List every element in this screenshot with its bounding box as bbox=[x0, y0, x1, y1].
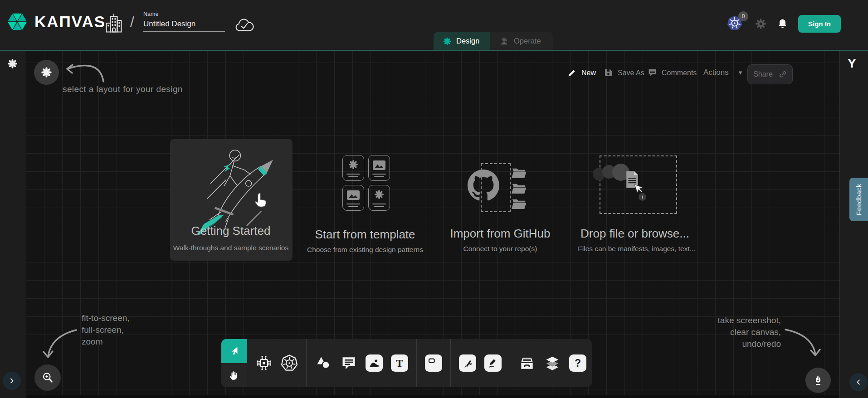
cursor-arrow-icon bbox=[229, 345, 240, 357]
pen-tool-button[interactable] bbox=[459, 354, 476, 372]
note-icon bbox=[425, 354, 442, 372]
card-title: Getting Started bbox=[191, 224, 271, 238]
design-canvas[interactable]: Y select a layout for your design New bbox=[0, 50, 868, 398]
toolbar-divider bbox=[306, 339, 307, 387]
template-tile bbox=[368, 155, 390, 181]
layout-selector-button[interactable] bbox=[34, 60, 59, 85]
pan-tool-button[interactable] bbox=[221, 363, 247, 387]
expand-left-panel-button[interactable] bbox=[3, 372, 21, 390]
magnifier-plus-icon bbox=[41, 371, 54, 384]
kubernetes-context-icon[interactable]: 0 bbox=[727, 15, 745, 33]
drawer-tool-button[interactable] bbox=[518, 354, 536, 372]
spiral-icon bbox=[374, 189, 385, 200]
comments-label: Comments bbox=[662, 69, 697, 77]
comment-bubble-icon bbox=[648, 68, 657, 78]
expand-right-panel-button[interactable] bbox=[849, 373, 868, 391]
drawer-icon bbox=[518, 354, 536, 372]
card-subtitle: Walk-throughs and sample scenarios bbox=[173, 244, 288, 252]
card-title: Import from GitHub bbox=[450, 227, 550, 241]
actions-dropdown[interactable]: Actions ▾ bbox=[703, 68, 742, 77]
feedback-tab[interactable]: Feedback bbox=[849, 178, 868, 221]
layers-icon bbox=[544, 354, 561, 372]
operate-person-icon bbox=[499, 36, 509, 46]
template-thumbnails bbox=[342, 155, 390, 211]
notifications-bell-icon[interactable] bbox=[777, 18, 788, 30]
comments-button[interactable]: Comments bbox=[648, 68, 697, 78]
design-name-input[interactable] bbox=[143, 19, 225, 32]
spiral-icon bbox=[348, 159, 359, 170]
comment-tool-button[interactable] bbox=[340, 354, 357, 372]
organization-icon[interactable] bbox=[104, 13, 123, 34]
pencil-draw-tool-button[interactable] bbox=[484, 354, 502, 372]
design-name-field: Name bbox=[143, 11, 225, 32]
toolbar-divider bbox=[450, 339, 451, 387]
toolbar-divider bbox=[416, 339, 417, 387]
pointer-tools bbox=[221, 339, 247, 387]
pen-tool-icon bbox=[459, 354, 476, 372]
template-tile bbox=[342, 185, 364, 211]
text-tool-icon: T bbox=[391, 354, 408, 372]
arrow-cursor-icon bbox=[634, 184, 643, 193]
help-icon: ? bbox=[569, 354, 586, 372]
new-label: New bbox=[581, 69, 596, 77]
shapes-tool-button[interactable] bbox=[315, 354, 332, 372]
circuit-chip-icon bbox=[255, 354, 273, 372]
pencil-draw-icon bbox=[484, 354, 502, 372]
note-tool-button[interactable] bbox=[425, 354, 442, 372]
brand-name: KAΠVAS bbox=[34, 13, 106, 31]
components-tool-button[interactable] bbox=[255, 354, 273, 372]
help-tool-button[interactable]: ? bbox=[569, 354, 586, 372]
pencil-icon bbox=[567, 68, 577, 78]
actions-label: Actions bbox=[703, 68, 729, 77]
layers-tool-button[interactable] bbox=[544, 354, 561, 372]
new-design-button[interactable]: New bbox=[567, 68, 596, 78]
right-rail: Y bbox=[839, 51, 868, 398]
tab-design-label: Design bbox=[456, 37, 479, 45]
toolbar-divider bbox=[510, 339, 510, 387]
breadcrumb-separator: / bbox=[130, 14, 134, 30]
plus-badge-icon: + bbox=[639, 193, 646, 201]
select-tool-button[interactable] bbox=[221, 339, 247, 363]
feedback-label: Feedback bbox=[855, 184, 863, 215]
kanvas-logo[interactable]: KAΠVAS bbox=[6, 11, 106, 33]
y-logo-icon[interactable]: Y bbox=[848, 56, 856, 71]
design-spiral-icon bbox=[443, 37, 452, 46]
kanvas-app: KAΠVAS / Name bbox=[0, 0, 868, 398]
canvas-actions-hint-text: take screenshot, clear canvas, undo/redo bbox=[718, 315, 781, 350]
share-button[interactable]: Share bbox=[747, 64, 793, 84]
canvas-actions-button[interactable] bbox=[805, 368, 831, 393]
cloud-saved-icon bbox=[234, 17, 255, 34]
sign-in-button[interactable]: Sign In bbox=[798, 15, 841, 33]
comment-icon bbox=[341, 355, 357, 371]
rocket-rider-illustration bbox=[182, 145, 281, 235]
pen-nib-icon bbox=[812, 374, 824, 386]
save-as-button[interactable]: Save As bbox=[604, 68, 644, 78]
kubernetes-tool-button[interactable] bbox=[281, 354, 298, 372]
card-title: Drop file or browse... bbox=[580, 227, 689, 241]
chevron-down-icon: ▾ bbox=[739, 68, 742, 77]
layout-hint-text: select a layout for your design bbox=[63, 84, 183, 94]
zoom-controls-button[interactable] bbox=[34, 364, 61, 391]
folder-icon bbox=[511, 166, 527, 178]
settings-gear-icon[interactable] bbox=[755, 18, 767, 30]
image-icon bbox=[347, 190, 360, 200]
text-tool-button[interactable]: T bbox=[391, 354, 408, 372]
tab-operate[interactable]: Operate bbox=[490, 32, 553, 50]
card-getting-started[interactable] bbox=[170, 139, 293, 261]
card-subtitle: Files can be manifests, images, text... bbox=[578, 245, 695, 253]
context-count-badge: 0 bbox=[738, 11, 748, 21]
bottom-toolbar: T bbox=[221, 339, 592, 387]
tab-design[interactable]: Design bbox=[434, 32, 490, 50]
mode-tabs: Design Operate bbox=[434, 32, 553, 50]
kubernetes-wheel-icon bbox=[281, 354, 298, 372]
meshery-spinner-icon[interactable] bbox=[7, 58, 18, 69]
image-icon bbox=[373, 160, 385, 170]
hand-cursor-icon bbox=[252, 192, 268, 210]
folder-icon bbox=[511, 197, 527, 209]
chevron-left-icon bbox=[855, 379, 862, 386]
image-tool-button[interactable] bbox=[366, 354, 383, 372]
left-rail bbox=[0, 51, 26, 398]
template-tile bbox=[342, 155, 364, 181]
shapes-icon bbox=[315, 354, 332, 372]
save-floppy-icon bbox=[604, 68, 613, 78]
